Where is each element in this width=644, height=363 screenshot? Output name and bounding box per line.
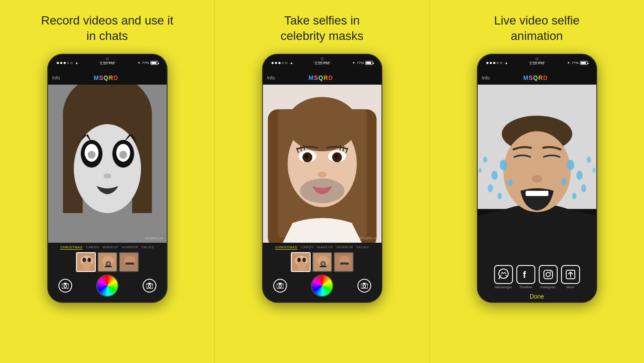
app-info-btn-2[interactable]: Info: [267, 75, 275, 80]
svg-point-41: [317, 171, 327, 177]
status-bar-3: ▲ 1:20 PM ✦ 77%: [484, 61, 590, 65]
thumb-2-3[interactable]: [334, 252, 354, 272]
filter-tab-faces-1[interactable]: FACES: [142, 245, 154, 250]
status-time-2: 1:20 PM: [315, 61, 330, 65]
filter-tab-cards-2[interactable]: CARDS: [301, 245, 314, 250]
svg-rect-26: [64, 283, 67, 284]
thumb-2-1[interactable]: [291, 252, 311, 272]
bluetooth-icon: ✦: [352, 61, 355, 65]
battery-icon-1: [150, 61, 158, 65]
share-item-more[interactable]: More: [561, 265, 580, 289]
share-item-timeline[interactable]: f Timeline: [516, 265, 535, 289]
app-bar-2: Info MSQRD: [263, 71, 382, 85]
wifi-icon: ▲: [75, 61, 79, 65]
status-bar-2: ▲ 1:20 PM ✦ 77%: [269, 61, 375, 65]
color-wheel-2[interactable]: [312, 275, 333, 296]
signal-dot: [278, 62, 281, 64]
svg-rect-29: [148, 283, 151, 284]
svg-point-72: [567, 160, 574, 170]
phone-2-controls: [266, 275, 378, 296]
signal-dot: [64, 62, 66, 64]
filter-tab-horror-1[interactable]: HORROR: [122, 245, 138, 250]
phone-2: ▲ 1:20 PM ✦ 77% Info MSQRD: [262, 54, 382, 303]
thumb-2-2[interactable]: [312, 252, 332, 272]
thumb-1-1[interactable]: [76, 252, 96, 272]
svg-rect-54: [340, 262, 349, 265]
camera-left-btn-1[interactable]: [58, 279, 72, 293]
thumb-1-2[interactable]: [98, 252, 117, 272]
phone-1-controls: [52, 275, 163, 296]
timeline-icon-box[interactable]: f: [516, 265, 535, 284]
filter-tabs-2: CHRISTMAS CARDS MAKEUP HORROR FACES: [266, 245, 378, 250]
filter-tab-makeup-2[interactable]: MAKEUP: [317, 245, 333, 250]
status-time-3: 1:20 PM: [530, 61, 544, 65]
svg-point-40: [334, 154, 338, 158]
msqrd-logo-2: MSQRD: [308, 74, 333, 81]
signal-dot-empty: [500, 62, 502, 64]
signal-dot: [57, 62, 59, 64]
filter-tab-cards-1[interactable]: CARDS: [86, 245, 99, 250]
done-text[interactable]: Done: [530, 293, 544, 300]
app-info-btn-1[interactable]: Info: [52, 75, 60, 80]
phone-2-camera: [320, 57, 324, 61]
camera-right-btn-1[interactable]: [143, 279, 156, 293]
svg-point-25: [64, 285, 67, 287]
svg-point-76: [572, 193, 577, 199]
status-right-3: ✦ 77%: [567, 61, 587, 65]
filter-tab-christmas-2[interactable]: CHRISTMAS: [275, 245, 297, 250]
more-icon-box[interactable]: [561, 265, 580, 284]
camera-left-btn-2[interactable]: [273, 279, 287, 293]
filter-tabs-1: CHRISTMAS CARDS MAKEUP HORROR FACES: [52, 245, 163, 250]
svg-point-10: [119, 151, 127, 159]
battery-percent-3: 77%: [571, 61, 578, 65]
panel-1: Record videos and use it in chats ▲ 1:20…: [0, 0, 214, 363]
svg-rect-57: [279, 283, 281, 284]
phone-1-screen: MSQRD.me: [48, 85, 167, 243]
panel-2: Take selfies in celebrity masks ▲ 1:20 P…: [215, 0, 429, 363]
bluetooth-icon: ✦: [137, 61, 140, 65]
share-item-instagram[interactable]: Instagram: [539, 265, 558, 289]
thumb-1-3[interactable]: [119, 252, 139, 272]
svg-rect-20: [105, 266, 112, 267]
wifi-icon: ▲: [505, 61, 508, 65]
status-signal-3: ▲: [486, 61, 508, 65]
celeb-face-svg: [263, 85, 382, 243]
phone-1-bottom: CHRISTMAS CARDS MAKEUP HORROR FACES: [48, 243, 167, 302]
filter-thumbnails-2: [266, 252, 378, 272]
signal-dot: [60, 62, 62, 64]
filter-tab-makeup-1[interactable]: MAKEUP: [103, 245, 119, 250]
app-info-btn-3[interactable]: Info: [482, 75, 490, 80]
messenger-icon: [497, 268, 510, 281]
svg-point-69: [507, 179, 513, 186]
camera-right-btn-2[interactable]: [357, 279, 371, 293]
done-button[interactable]: Done: [481, 293, 593, 300]
svg-rect-51: [320, 266, 327, 267]
svg-point-80: [592, 168, 595, 173]
more-share-icon: [565, 268, 577, 281]
svg-point-73: [576, 171, 582, 180]
messenger-icon-box[interactable]: [494, 265, 513, 284]
svg-point-34: [287, 97, 358, 152]
panel-3-title: Live video selfie animation: [494, 13, 580, 44]
share-item-messenger[interactable]: Messenger: [494, 265, 513, 289]
signal-dot: [490, 62, 492, 64]
svg-point-70: [488, 184, 493, 192]
svg-point-71: [497, 193, 502, 199]
svg-text:f: f: [523, 269, 526, 280]
filter-thumbnails-1: [52, 252, 163, 272]
signal-dot-empty: [282, 62, 284, 64]
filter-tab-faces-2[interactable]: FACES: [357, 245, 369, 250]
app-bar-3: Info MSQRD: [478, 71, 596, 85]
filter-tab-christmas-1[interactable]: CHRISTMAS: [60, 245, 82, 250]
battery-icon-2: [365, 61, 373, 65]
instagram-icon: [542, 268, 554, 281]
signal-dot-empty: [70, 62, 73, 64]
filter-tab-horror-2[interactable]: HORROR: [336, 245, 353, 250]
instagram-icon-box[interactable]: [539, 265, 558, 284]
color-wheel-1[interactable]: [97, 275, 118, 296]
phone-3-screen: [478, 85, 596, 261]
status-time-1: 1:20 PM: [100, 61, 115, 65]
svg-point-74: [561, 178, 566, 186]
signal-dot: [493, 62, 495, 64]
wifi-icon: ▲: [290, 61, 293, 65]
